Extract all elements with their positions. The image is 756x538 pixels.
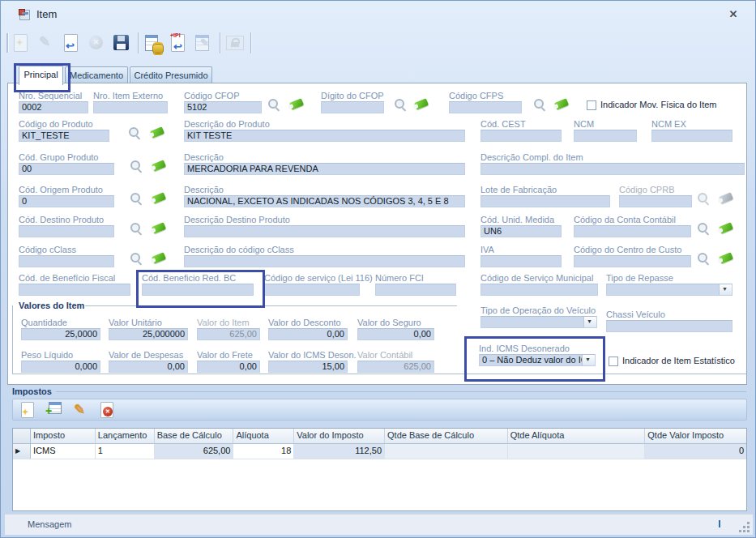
tab-principal[interactable]: Principal	[19, 66, 63, 85]
ncm-ex-input[interactable]	[651, 130, 733, 142]
descricao-origem-input[interactable]: NACIONAL, EXCETO AS INDICADAS NOS CÓDIGO…	[184, 195, 465, 207]
ncm-input[interactable]	[574, 130, 637, 142]
cod-destino-produto-input[interactable]	[19, 225, 114, 237]
field-valor-do-item: Valor do Item 625,00	[197, 318, 260, 340]
save-floppy-icon	[113, 35, 129, 50]
valor-despesas-input[interactable]: 0,00	[109, 361, 188, 373]
nro-item-externo-input[interactable]	[93, 101, 168, 113]
chevron-down-icon[interactable]	[583, 317, 596, 327]
chevron-down-icon[interactable]	[719, 284, 732, 295]
codigo-cfps-input[interactable]	[449, 101, 522, 113]
resize-grip[interactable]	[737, 520, 750, 532]
col-qtde-base-calculo[interactable]: Qtde Base de Cálculo	[385, 429, 508, 444]
eraser-icon[interactable]	[412, 97, 430, 111]
chevron-down-icon[interactable]	[582, 355, 595, 365]
descricao-cclass-input[interactable]	[184, 255, 465, 267]
close-button[interactable]: ✕	[726, 8, 741, 21]
eraser-icon[interactable]	[150, 191, 168, 205]
cod-origem-produto-input[interactable]: 0	[19, 195, 114, 207]
calculate-taxes-button[interactable]	[142, 32, 164, 54]
quantidade-input[interactable]: 25,0000	[21, 328, 100, 340]
search-icon[interactable]	[129, 221, 143, 236]
eraser-icon[interactable]	[288, 97, 305, 111]
descricao-destino-input[interactable]	[184, 225, 465, 237]
ind-icms-desonerado-select[interactable]: 0 – Não Deduz valor do IC	[479, 354, 596, 366]
descricao-produto-input[interactable]: KIT TESTE	[184, 130, 465, 142]
search-icon[interactable]	[696, 221, 711, 236]
valor-desconto-input[interactable]: 0,00	[268, 328, 348, 340]
nro-sequencial-input[interactable]: 0002	[19, 101, 88, 113]
search-icon[interactable]	[696, 251, 711, 266]
eraser-icon[interactable]	[150, 251, 168, 265]
codigo-produto-input[interactable]: KIT_TESTE	[19, 130, 109, 142]
col-base-calculo[interactable]: Base de Cálculo	[155, 429, 234, 444]
cod-beneficio-red-bc-input[interactable]	[142, 284, 254, 296]
digito-cfop-input[interactable]	[321, 101, 384, 113]
search-icon[interactable]	[393, 97, 408, 112]
tab-credito-presumido[interactable]: Crédito Presumido	[130, 66, 212, 83]
col-qtde-aliquota[interactable]: Qtde Alíquota	[508, 429, 646, 444]
revert-button[interactable]: ↩	[60, 32, 83, 54]
codigo-conta-contabil-input[interactable]	[574, 225, 691, 237]
eraser-icon[interactable]	[553, 97, 570, 111]
search-icon[interactable]	[129, 191, 143, 206]
imposto-edit-button[interactable]: ✎	[70, 400, 92, 420]
valor-unitario-input[interactable]: 25,000000	[109, 328, 188, 340]
search-icon[interactable]	[129, 159, 143, 173]
search-icon[interactable]	[127, 126, 142, 140]
col-lancamento[interactable]: Lançamento	[96, 429, 155, 444]
cod-cest-input[interactable]	[481, 130, 562, 142]
col-aliquota[interactable]: Alíquota	[233, 429, 294, 444]
codigo-cfop-input[interactable]: 5102	[184, 101, 262, 113]
imposto-new-button[interactable]: ✦	[18, 400, 39, 420]
cod-beneficio-fiscal-input[interactable]	[19, 284, 130, 296]
col-qtde-valor-imposto[interactable]: Qtde Valor Imposto	[645, 429, 746, 444]
valor-frete-input[interactable]: 0,00	[197, 361, 260, 373]
search-icon[interactable]	[532, 97, 547, 112]
codigo-cclass-input[interactable]	[19, 255, 114, 267]
title-bar[interactable]: Item ✕	[1, 1, 755, 27]
cancel-button[interactable]: ✕	[85, 32, 108, 54]
cell-qtde-base-calculo	[385, 444, 508, 459]
indicador-item-estatistico-checkbox[interactable]	[609, 357, 618, 366]
codigo-cprb-input[interactable]	[619, 195, 692, 207]
peso-liquido-input[interactable]: 0,000	[21, 361, 100, 373]
eraser-icon[interactable]	[717, 251, 735, 265]
save-button[interactable]	[110, 32, 133, 54]
tipo-operacao-veiculo-select[interactable]	[481, 316, 597, 328]
tipo-repasse-select[interactable]	[606, 284, 733, 296]
numero-fci-input[interactable]	[375, 284, 456, 296]
table-row[interactable]: ICMS 1 625,00 18 112,50 0	[13, 444, 746, 459]
cod-grupo-produto-input[interactable]: 00	[19, 163, 114, 175]
eraser-icon[interactable]	[148, 126, 166, 139]
col-valor-imposto[interactable]: Valor do Imposto	[294, 429, 385, 444]
codigo-servico-lei116-input[interactable]	[264, 284, 360, 296]
report-button[interactable]: ✎	[192, 32, 215, 54]
codigo-servico-municipal-input[interactable]	[481, 284, 598, 296]
codigo-centro-custo-input[interactable]	[574, 255, 691, 267]
col-imposto[interactable]: Imposto	[31, 429, 96, 444]
valor-seguro-input[interactable]: 0,00	[357, 328, 434, 340]
eraser-icon[interactable]	[150, 159, 168, 173]
ipi-button[interactable]: +IPI↩	[167, 32, 190, 54]
imposto-add-button[interactable]: +	[44, 400, 65, 420]
lote-fabricacao-input[interactable]	[481, 195, 610, 207]
field-label: Código da Conta Contábil	[574, 215, 691, 225]
tab-medicamento[interactable]: Medicamento	[65, 66, 128, 83]
eraser-icon[interactable]	[717, 221, 735, 235]
edit-record-button[interactable]: ✎	[35, 32, 58, 54]
eraser-icon[interactable]	[150, 221, 168, 235]
valor-icms-deson-input[interactable]: 15,00	[268, 361, 348, 373]
lock-button[interactable]	[224, 32, 246, 54]
cod-unid-medida-input[interactable]: UN6	[481, 225, 562, 237]
search-icon[interactable]	[129, 251, 143, 266]
descricao-grupo-input[interactable]: MERCADORIA PARA REVENDA	[184, 163, 465, 175]
indicador-mov-fisica-checkbox[interactable]	[587, 100, 596, 110]
chassi-veiculo-input[interactable]	[606, 320, 733, 332]
iva-input[interactable]	[481, 255, 562, 267]
search-icon[interactable]	[267, 97, 281, 112]
field-label: Cód. Origem Produto	[19, 185, 114, 195]
descricao-compl-item-input[interactable]	[481, 163, 745, 175]
new-record-button[interactable]: ✦	[10, 32, 32, 54]
imposto-delete-button[interactable]: ✕	[97, 400, 118, 420]
